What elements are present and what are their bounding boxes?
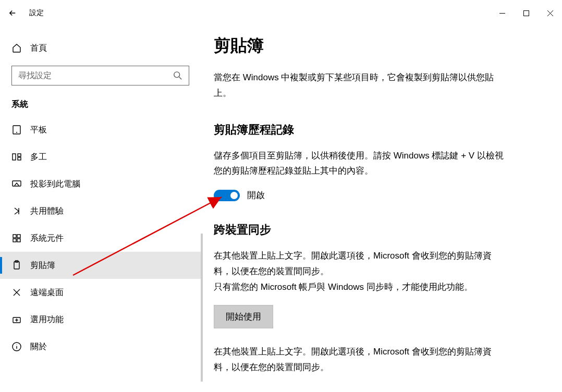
sidebar-scrollbar[interactable] (201, 234, 203, 382)
svg-rect-0 (523, 10, 529, 16)
sidebar-item-label: 多工 (30, 152, 47, 163)
sidebar-item-project[interactable]: 投影到此電腦 (0, 170, 201, 198)
sidebar-section-label: 系統 (0, 95, 201, 116)
maximize-icon (523, 10, 529, 16)
minimize-button[interactable] (490, 5, 514, 21)
remote-icon (11, 287, 22, 298)
page-title: 剪貼簿 (214, 34, 546, 57)
minimize-icon (499, 10, 505, 16)
project-icon (11, 179, 22, 189)
search-input[interactable]: 尋找設定 (11, 66, 189, 85)
intro-text: 當您在 Windows 中複製或剪下某些項目時，它會複製到剪貼簿以供您貼上。 (214, 70, 506, 101)
sidebar-item-multitask[interactable]: 多工 (0, 143, 201, 170)
svg-rect-11 (17, 239, 20, 242)
sync-desc-2: 只有當您的 Microsoft 帳戶與 Windows 同步時，才能使用此功能。 (214, 279, 506, 295)
svg-rect-5 (18, 154, 21, 156)
search-icon (173, 71, 182, 80)
components-icon (11, 233, 22, 243)
about-icon (11, 341, 22, 352)
home-icon (11, 43, 22, 53)
sidebar-item-label: 系統元件 (30, 233, 64, 244)
sidebar-item-label: 選用功能 (30, 314, 64, 325)
maximize-button[interactable] (514, 5, 538, 21)
sidebar-item-remote[interactable]: 遠端桌面 (0, 279, 201, 306)
app-title: 設定 (29, 8, 44, 18)
titlebar: 設定 (0, 0, 562, 26)
svg-rect-6 (18, 157, 21, 160)
sidebar: 首頁 尋找設定 系統 平板 多工 投影到此電腦 共用體驗 (0, 34, 201, 392)
sidebar-item-label: 剪貼簿 (30, 260, 55, 271)
close-button[interactable] (538, 5, 562, 21)
multitask-icon (11, 152, 22, 162)
history-section-title: 剪貼簿歷程記錄 (214, 122, 546, 138)
sidebar-item-label: 投影到此電腦 (30, 179, 80, 190)
svg-point-1 (174, 72, 180, 78)
sync-section-title: 跨裝置同步 (214, 222, 546, 238)
sidebar-item-label: 共用體驗 (30, 206, 64, 217)
toggle-label: 開啟 (247, 189, 265, 201)
sync-desc-1: 在其他裝置上貼上文字。開啟此選項後，Microsoft 會收到您的剪貼簿資料，以… (214, 248, 506, 279)
sidebar-item-clipboard[interactable]: 剪貼簿 (0, 252, 201, 279)
toggle-knob (230, 192, 238, 199)
sidebar-home-label: 首頁 (30, 43, 47, 54)
window-controls (490, 5, 562, 21)
sync-desc-3: 在其他裝置上貼上文字。開啟此選項後，Microsoft 會收到您的剪貼簿資料，以… (214, 344, 506, 375)
svg-rect-12 (14, 262, 19, 269)
back-button[interactable] (0, 3, 25, 23)
shared-icon (11, 206, 22, 216)
optional-icon (11, 314, 22, 325)
sidebar-item-label: 關於 (30, 341, 47, 352)
clipboard-icon (11, 260, 22, 271)
back-arrow-icon (8, 8, 17, 18)
sidebar-item-tablet[interactable]: 平板 (0, 116, 201, 143)
svg-rect-10 (13, 239, 16, 242)
tablet-icon (11, 125, 22, 135)
sidebar-home[interactable]: 首頁 (0, 34, 201, 62)
svg-rect-4 (13, 154, 16, 160)
search-placeholder: 尋找設定 (18, 70, 173, 81)
history-toggle[interactable] (214, 190, 240, 201)
svg-rect-8 (13, 235, 16, 238)
history-desc: 儲存多個項目至剪貼簿，以供稍後使用。請按 Windows 標誌鍵 + V 以檢視… (214, 148, 506, 179)
sidebar-item-label: 遠端桌面 (30, 287, 64, 298)
content-area: 剪貼簿 當您在 Windows 中複製或剪下某些項目時，它會複製到剪貼簿以供您貼… (214, 34, 546, 392)
sidebar-item-optional[interactable]: 選用功能 (0, 306, 201, 333)
sync-start-button[interactable]: 開始使用 (214, 305, 273, 328)
sidebar-item-label: 平板 (30, 125, 47, 136)
sidebar-item-shared[interactable]: 共用體驗 (0, 198, 201, 225)
sidebar-item-about[interactable]: 關於 (0, 333, 201, 360)
history-toggle-row: 開啟 (214, 189, 546, 201)
search-container: 尋找設定 (0, 66, 201, 85)
svg-rect-9 (17, 235, 20, 238)
sidebar-item-components[interactable]: 系統元件 (0, 225, 201, 252)
close-icon (547, 10, 553, 16)
